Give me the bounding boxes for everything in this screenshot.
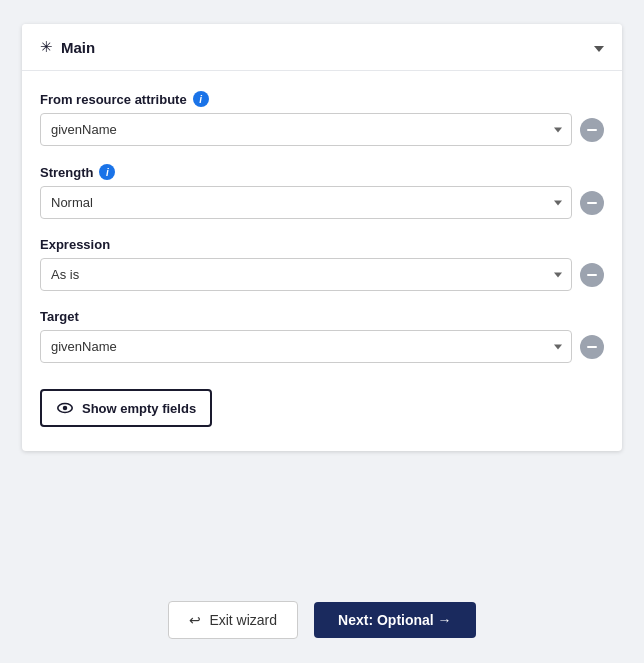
from-resource-select[interactable]: givenName sn cn uid mail telephoneNumber [40,113,572,146]
from-resource-label: From resource attribute i [40,91,604,107]
expression-field-group: Expression As is Lowercase Uppercase Tri… [40,237,604,291]
main-icon: ✳ [40,38,53,56]
target-row: givenName sn cn uid mail telephoneNumber [40,330,604,363]
strength-row: Normal Strong Weak Explicit [40,186,604,219]
strength-select-wrapper: Normal Strong Weak Explicit [40,186,572,219]
eye-icon [56,399,74,417]
next-optional-button[interactable]: Next: Optional → [314,602,476,638]
card-header-left: ✳ Main [40,38,95,56]
exit-wizard-button[interactable]: ↩ Exit wizard [168,601,298,639]
expression-label: Expression [40,237,604,252]
exit-wizard-label: Exit wizard [209,612,277,628]
expression-select-wrapper: As is Lowercase Uppercase Trim Stringify [40,258,572,291]
strength-label: Strength i [40,164,604,180]
page-wrapper: ✳ Main From resource attribute i givenNa… [0,0,644,663]
exit-icon: ↩ [189,612,201,628]
svg-point-1 [63,406,68,411]
from-resource-row: givenName sn cn uid mail telephoneNumber [40,113,604,146]
card-title: Main [61,39,95,56]
chevron-down-icon[interactable] [594,38,604,56]
show-empty-fields-button[interactable]: Show empty fields [40,389,212,427]
strength-field-group: Strength i Normal Strong Weak Explicit [40,164,604,219]
strength-info-icon[interactable]: i [99,164,115,180]
target-select-wrapper: givenName sn cn uid mail telephoneNumber [40,330,572,363]
show-empty-fields-label: Show empty fields [82,401,196,416]
strength-select[interactable]: Normal Strong Weak Explicit [40,186,572,219]
expression-row: As is Lowercase Uppercase Trim Stringify [40,258,604,291]
from-resource-info-icon[interactable]: i [193,91,209,107]
strength-remove-button[interactable] [580,191,604,215]
card-header: ✳ Main [22,24,622,71]
target-remove-button[interactable] [580,335,604,359]
from-resource-field-group: From resource attribute i givenName sn c… [40,91,604,146]
main-card: ✳ Main From resource attribute i givenNa… [22,24,622,451]
from-resource-select-wrapper: givenName sn cn uid mail telephoneNumber [40,113,572,146]
target-select[interactable]: givenName sn cn uid mail telephoneNumber [40,330,572,363]
expression-remove-button[interactable] [580,263,604,287]
card-body: From resource attribute i givenName sn c… [22,71,622,451]
from-resource-remove-button[interactable] [580,118,604,142]
next-optional-label: Next: Optional → [338,612,452,628]
footer: ↩ Exit wizard Next: Optional → [0,569,644,663]
target-field-group: Target givenName sn cn uid mail telephon… [40,309,604,363]
expression-select[interactable]: As is Lowercase Uppercase Trim Stringify [40,258,572,291]
target-label: Target [40,309,604,324]
